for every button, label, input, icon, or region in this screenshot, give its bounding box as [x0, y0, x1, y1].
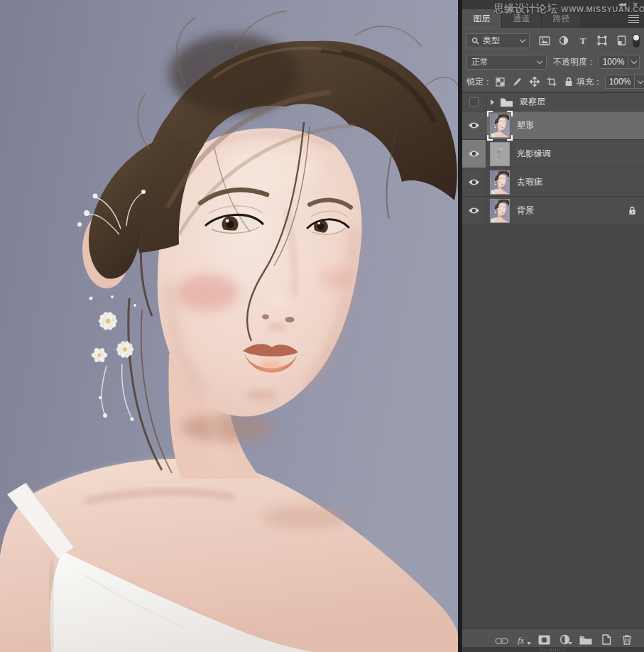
opacity-dropdown[interactable]	[628, 55, 639, 68]
group-visibility-cell[interactable]	[462, 93, 486, 111]
lock-artboard-icon[interactable]	[546, 77, 557, 87]
lock-all-icon[interactable]	[563, 77, 574, 87]
svg-text:T: T	[580, 36, 586, 45]
visibility-cell[interactable]	[462, 112, 486, 139]
layer-thumbnail[interactable]	[490, 170, 510, 195]
adjustment-layer-icon[interactable]	[558, 632, 572, 645]
new-group-icon[interactable]	[579, 632, 592, 645]
filter-type-label: 类型	[483, 35, 517, 47]
layer-list: 观察层 塑形 光影缘调	[462, 92, 644, 629]
svg-text:fx: fx	[518, 634, 525, 645]
new-layer-icon[interactable]	[599, 632, 613, 645]
fill-dropdown[interactable]	[634, 75, 644, 88]
panel-tab-bar: 图层 通道 路径	[462, 9, 644, 28]
layer-row-quxiaci[interactable]: 去瑕疵	[462, 168, 644, 197]
adjustment-layer-filter-icon[interactable]	[556, 33, 572, 48]
layer-name[interactable]: 去瑕疵	[517, 176, 542, 188]
panel-resize-grip[interactable]	[462, 647, 644, 652]
lock-pixels-icon[interactable]	[512, 77, 523, 87]
layers-panel: ◀◀ ✕ 思缘设计论坛 WWW.MISSYUAN.COM 图层 通道 路径 类型	[462, 0, 644, 652]
layer-filter-row: 类型 T	[462, 28, 644, 52]
layer-row-suxing[interactable]: 塑形	[462, 112, 644, 140]
visibility-cell[interactable]	[462, 140, 486, 168]
fx-icon[interactable]: fx	[515, 632, 530, 645]
dropdown-arrow-icon	[527, 642, 531, 645]
layer-row-background[interactable]: 背景	[462, 197, 644, 225]
close-panel-icon[interactable]: ✕	[633, 1, 638, 9]
photoshop-window: ◀◀ ✕ 思缘设计论坛 WWW.MISSYUAN.COM 图层 通道 路径 类型	[0, 0, 644, 652]
tab-channels[interactable]: 通道	[502, 9, 542, 28]
blend-mode-value: 正常	[471, 56, 534, 68]
blend-mode-select[interactable]: 正常	[466, 55, 547, 70]
eye-icon[interactable]	[468, 150, 480, 158]
delete-layer-icon[interactable]	[620, 632, 633, 645]
eye-icon[interactable]	[468, 178, 480, 186]
filter-type-select[interactable]: 类型	[466, 33, 530, 48]
panel-header: ◀◀ ✕	[462, 0, 644, 9]
chevron-down-icon	[537, 58, 542, 63]
type-layer-filter-icon[interactable]: T	[575, 33, 591, 48]
smart-object-filter-icon[interactable]	[613, 33, 629, 48]
fill-value[interactable]: 100%	[606, 75, 634, 88]
search-icon	[471, 37, 479, 45]
link-icon[interactable]	[495, 632, 508, 645]
layers-bottom-toolbar: fx	[462, 629, 644, 647]
portrait-photo	[0, 0, 458, 652]
layer-thumbnail[interactable]	[490, 199, 510, 223]
fill-label: 填充：	[577, 76, 602, 88]
layer-list-empty-area	[462, 225, 644, 629]
layer-row-guangying[interactable]: 光影缘调	[462, 140, 644, 168]
lock-label: 锁定：	[466, 76, 492, 88]
eye-icon[interactable]	[468, 121, 480, 129]
layer-lock-badge-icon	[628, 206, 636, 215]
panel-menu-icon[interactable]	[628, 15, 639, 23]
layer-group-row[interactable]: 观察层	[462, 93, 644, 112]
layer-thumbnail[interactable]	[490, 142, 510, 166]
folder-icon	[500, 97, 513, 107]
shape-layer-filter-icon[interactable]	[594, 33, 610, 48]
dropdown-arrow-icon	[568, 642, 572, 645]
pixel-layer-filter-icon[interactable]	[537, 33, 552, 48]
layer-name[interactable]: 光影缘调	[517, 148, 551, 160]
visibility-cell[interactable]	[462, 168, 486, 196]
lock-position-icon[interactable]	[529, 77, 540, 87]
tab-layers[interactable]: 图层	[462, 9, 502, 28]
layer-name[interactable]: 背景	[517, 205, 534, 217]
blend-mode-row: 正常 不透明度： 100%	[462, 52, 644, 72]
layer-thumbnail[interactable]	[490, 114, 510, 138]
filter-toggle[interactable]	[633, 34, 640, 48]
tab-paths[interactable]: 路径	[542, 9, 582, 28]
opacity-value[interactable]: 100%	[599, 55, 628, 68]
collapse-panel-icon[interactable]: ◀◀	[618, 1, 626, 9]
fill-field: 100%	[605, 75, 644, 89]
layer-name[interactable]: 塑形	[517, 119, 534, 131]
group-name[interactable]: 观察层	[520, 96, 545, 108]
chevron-down-icon	[520, 36, 525, 42]
document-canvas[interactable]	[0, 0, 458, 652]
visibility-empty-box[interactable]	[469, 97, 479, 107]
chevron-right-icon[interactable]	[491, 99, 494, 105]
add-mask-icon[interactable]	[537, 632, 551, 645]
visibility-cell[interactable]	[462, 197, 486, 224]
opacity-label: 不透明度：	[553, 56, 596, 68]
opacity-field: 100%	[599, 55, 640, 69]
eye-icon[interactable]	[468, 207, 480, 214]
lock-row: 锁定： 填充： 100%	[462, 72, 644, 92]
grip-dots	[540, 648, 566, 651]
lock-transparent-icon[interactable]	[495, 77, 506, 87]
